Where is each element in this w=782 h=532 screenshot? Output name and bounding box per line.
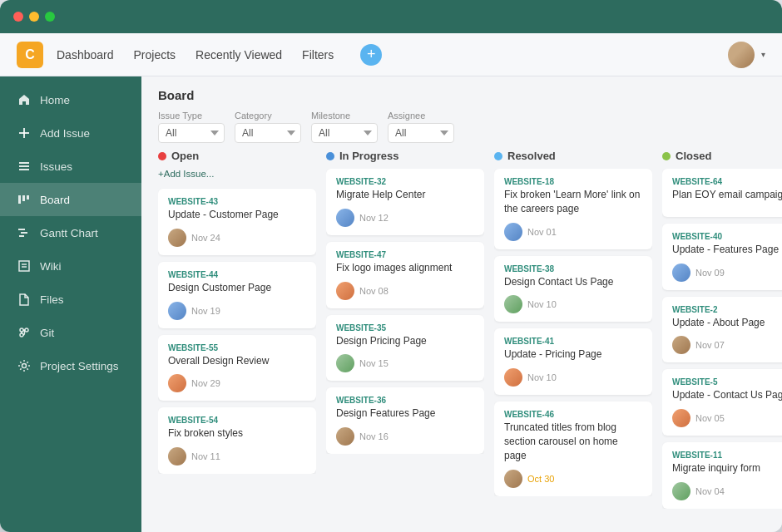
maximize-button[interactable] (45, 12, 55, 22)
filter-assignee: Assignee All (388, 111, 454, 143)
column-in-progress: In ProgressWEBSITE-32Migrate Help Center… (326, 150, 484, 522)
sidebar-item-home[interactable]: Home (0, 83, 141, 116)
table-row[interactable]: WEBSITE-32Migrate Help CenterNov 12 (326, 169, 484, 235)
table-row[interactable]: WEBSITE-40Update - Features PageNov 09 (662, 224, 782, 290)
sidebar-project-settings-label: Project Settings (40, 360, 119, 372)
card-title: Fix broken styles (168, 426, 306, 441)
card-title: Fix logo images alignment (336, 261, 474, 275)
nav-recently-viewed[interactable]: Recently Viewed (196, 48, 282, 62)
table-row[interactable]: WEBSITE-2Update - About PageNov 07 (662, 297, 782, 363)
filter-issue-type-select[interactable]: All (158, 123, 225, 143)
table-row[interactable]: WEBSITE-43Update - Customer PageNov 24 (158, 189, 316, 255)
card-id: WEBSITE-44 (168, 270, 306, 279)
filter-issue-type: Issue Type All (158, 111, 225, 143)
card-id: WEBSITE-36 (336, 396, 474, 405)
table-row[interactable]: WEBSITE-64Plan EOY email campaign (662, 169, 782, 217)
table-row[interactable]: WEBSITE-54Fix broken stylesNov 11 (158, 407, 316, 474)
filter-issue-type-label: Issue Type (158, 111, 225, 121)
sidebar-issues-label: Issues (40, 160, 72, 173)
board-columns: Open+Add Issue...WEBSITE-43Update - Cust… (141, 150, 782, 532)
table-row[interactable]: WEBSITE-44Design Customer PageNov 19 (158, 262, 316, 328)
card-date: Nov 29 (191, 378, 220, 388)
card-footer: Nov 10 (504, 368, 642, 387)
card-id: WEBSITE-64 (672, 177, 782, 186)
gantt-icon (17, 225, 32, 240)
card-footer: Nov 08 (336, 282, 474, 300)
nav-projects[interactable]: Projects (134, 48, 176, 62)
table-row[interactable]: WEBSITE-36Design Features PageNov 16 (326, 387, 484, 454)
col-dot-resolved (494, 152, 502, 160)
card-date: Nov 10 (527, 372, 557, 382)
card-title: Plan EOY email campaign (672, 188, 782, 202)
filter-assignee-select[interactable]: All (388, 123, 454, 143)
nav-dashboard[interactable]: Dashboard (57, 48, 114, 62)
table-row[interactable]: WEBSITE-38Design Contact Us PageNov 10 (494, 256, 652, 323)
card-title: Fix broken 'Learn More' link on the care… (504, 188, 642, 216)
card-title: Migrate Help Center (336, 188, 474, 202)
col-cards-resolved: WEBSITE-18Fix broken 'Learn More' link o… (494, 169, 652, 496)
sidebar-wiki-label: Wiki (40, 260, 62, 273)
sidebar-item-issues[interactable]: Issues (0, 150, 141, 183)
nav-right: ▾ (728, 42, 765, 68)
col-title-resolved: Resolved (507, 150, 556, 162)
svg-point-13 (20, 328, 23, 332)
filter-milestone-select[interactable]: All (311, 123, 378, 143)
card-date: Nov 07 (695, 340, 725, 350)
nav-filters[interactable]: Filters (302, 48, 334, 62)
sidebar-item-board[interactable]: Board (0, 183, 141, 216)
filter-milestone: Milestone All (311, 111, 378, 143)
avatar (168, 229, 186, 247)
app-window: C Dashboard Projects Recently Viewed Fil… (0, 0, 782, 532)
sidebar-item-project-settings[interactable]: Project Settings (0, 349, 141, 382)
table-row[interactable]: WEBSITE-41Update - Pricing PageNov 10 (494, 328, 652, 395)
sidebar-item-files[interactable]: Files (0, 283, 141, 316)
wiki-icon (17, 259, 32, 273)
card-footer: Oct 30 (504, 470, 642, 488)
filter-milestone-label: Milestone (311, 111, 378, 121)
filter-category-label: Category (235, 111, 301, 121)
avatar (504, 295, 522, 313)
avatar (336, 282, 354, 300)
table-row[interactable]: WEBSITE-35Design Pricing PageNov 15 (326, 315, 484, 382)
filter-category-select[interactable]: All (235, 123, 301, 143)
card-id: WEBSITE-55 (168, 343, 306, 352)
card-date: Nov 12 (359, 213, 389, 223)
add-issue-link[interactable]: +Add Issue... (158, 169, 316, 179)
table-row[interactable]: WEBSITE-11Migrate inquiry formNov 04 (662, 442, 782, 509)
sidebar-item-gantt[interactable]: Gantt Chart (0, 216, 141, 249)
sidebar-item-wiki[interactable]: Wiki (0, 249, 141, 283)
close-button[interactable] (13, 12, 23, 22)
nav-links: Dashboard Projects Recently Viewed Filte… (57, 44, 382, 66)
card-date: Nov 04 (695, 486, 725, 496)
card-id: WEBSITE-18 (504, 177, 642, 186)
table-row[interactable]: WEBSITE-5Update - Contact Us PageNov 05 (662, 369, 782, 436)
card-date: Nov 15 (359, 358, 389, 368)
table-row[interactable]: WEBSITE-46Truncated titles from blog sec… (494, 401, 652, 495)
table-row[interactable]: WEBSITE-18Fix broken 'Learn More' link o… (494, 169, 652, 249)
col-title-open: Open (171, 150, 199, 162)
sidebar-board-label: Board (40, 194, 70, 206)
nav-add-button[interactable]: + (360, 44, 382, 66)
avatar (504, 368, 522, 387)
card-footer: Nov 12 (336, 209, 474, 227)
card-id: WEBSITE-46 (504, 410, 642, 419)
sidebar-add-issue-label: Add Issue (40, 127, 90, 140)
card-title: Migrate inquiry form (672, 461, 782, 475)
card-date: Nov 10 (527, 299, 557, 309)
svg-rect-10 (19, 235, 24, 237)
sidebar-item-git[interactable]: Git (0, 316, 141, 349)
card-date: Oct 30 (527, 474, 554, 484)
svg-rect-4 (19, 169, 29, 170)
card-footer: Nov 16 (336, 427, 474, 446)
card-footer: Nov 15 (336, 354, 474, 372)
table-row[interactable]: WEBSITE-55Overall Design ReviewNov 29 (158, 335, 316, 401)
sidebar-item-add-issue[interactable]: Add Issue (0, 116, 141, 150)
avatar (504, 470, 522, 488)
user-menu-chevron[interactable]: ▾ (761, 50, 765, 59)
table-row[interactable]: WEBSITE-47Fix logo images alignmentNov 0… (326, 242, 484, 308)
minimize-button[interactable] (29, 12, 39, 22)
settings-icon (17, 358, 32, 373)
user-avatar[interactable] (728, 42, 755, 68)
card-id: WEBSITE-47 (336, 250, 474, 259)
nav-logo: C (17, 42, 43, 68)
